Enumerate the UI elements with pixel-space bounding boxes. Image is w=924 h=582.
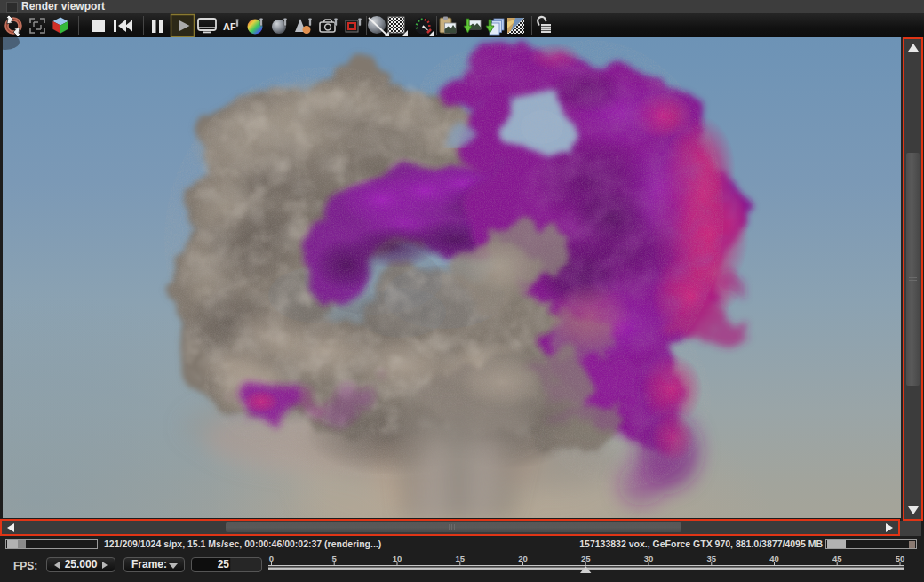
svg-text:10: 10 <box>393 554 402 563</box>
svg-text:5: 5 <box>332 554 338 563</box>
svg-text:45: 45 <box>832 554 842 563</box>
svg-text:25: 25 <box>581 554 591 563</box>
svg-text:30: 30 <box>644 554 654 563</box>
svg-text:0: 0 <box>269 554 274 563</box>
svg-text:35: 35 <box>707 554 717 563</box>
svg-text:AF: AF <box>223 21 236 32</box>
svg-text:50: 50 <box>896 554 905 563</box>
svg-text:40: 40 <box>769 554 779 563</box>
svg-text:15: 15 <box>456 554 466 563</box>
svg-text:20: 20 <box>518 554 528 563</box>
